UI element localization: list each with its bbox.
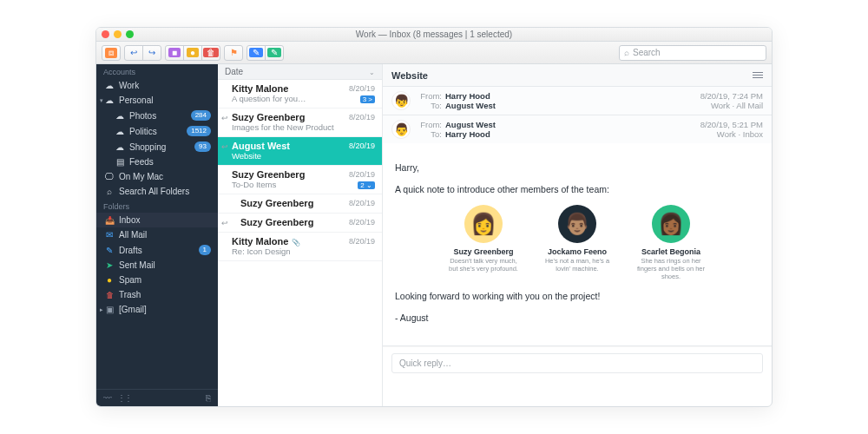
member-bio: Doesn't talk very much, but she's very p… [444, 257, 523, 273]
minimize-window-icon[interactable] [114, 30, 122, 38]
main-area: Accounts Work▾PersonalPhotos284Politics1… [96, 64, 772, 406]
compose-button[interactable]: ✎ [265, 45, 284, 61]
message-date: 8/20/19 [349, 84, 375, 93]
message-date: 8/20/19 [349, 170, 375, 179]
message-row[interactable]: Suzy Greenberg8/20/19 [218, 194, 382, 214]
cloud-icon [105, 95, 114, 105]
message-row[interactable]: Suzy GreenbergImages for the New Product… [218, 108, 382, 137]
message-row[interactable]: Suzy GreenbergTo-Do Items8/20/192 ⌄ [218, 166, 382, 194]
message-tag[interactable]: 3 > [360, 95, 375, 103]
sidebar-item-photos[interactable]: Photos284 [96, 108, 218, 123]
from-to-block: From:August WestTo:Harry Hood [418, 120, 496, 139]
cloud-icon [115, 142, 124, 152]
sidebar-bottom-bar [96, 389, 218, 406]
reply-all-button[interactable]: ↪ [142, 45, 161, 61]
sidebar-folder-spam[interactable]: Spam [96, 273, 218, 287]
chevron-down-icon [369, 67, 375, 76]
hamburger-icon[interactable] [753, 70, 763, 80]
reply-all-icon: ↪ [148, 48, 155, 57]
sidebar-item-label: On My Mac [119, 172, 211, 181]
team-member: 👨🏽Jockamo FeenoHe's not a man, he's a lo… [538, 205, 616, 281]
yellow-button[interactable]: ● [183, 45, 202, 61]
sidebar-folder--gmail-[interactable]: ▸[Gmail] [96, 302, 218, 317]
from-to-block: From:Harry HoodTo:August West [418, 91, 496, 110]
search-placeholder: Search [633, 48, 661, 57]
disclosure-icon[interactable]: ▾ [100, 97, 103, 104]
count-badge: 1 [199, 245, 211, 255]
zoom-window-icon[interactable] [126, 30, 134, 38]
quick-reply-placeholder: Quick reply… [399, 358, 451, 368]
sidebar-folder-all-mail[interactable]: All Mail [96, 227, 218, 242]
sidebar-folder-inbox[interactable]: Inbox [96, 213, 218, 227]
edit-button[interactable]: ✎ [247, 45, 266, 61]
grid-icon[interactable] [117, 393, 131, 403]
count-badge: 284 [191, 110, 211, 121]
traffic-lights [102, 30, 134, 38]
sidebar-item-on-my-mac[interactable]: On My Mac [96, 169, 218, 184]
bang-icon [105, 275, 114, 285]
sidebar-item-label: Photos [129, 111, 186, 121]
message-list-header[interactable]: Date [218, 64, 382, 80]
envelope-icon [105, 230, 114, 240]
reply-icon: ↩ [130, 48, 137, 57]
member-name: Jockamo Feeno [538, 247, 616, 258]
purple-icon: ■ [168, 48, 181, 57]
count-badge: 93 [194, 141, 211, 152]
sidebar-item-label: Sent Mail [119, 260, 211, 270]
cloud-icon [115, 111, 124, 121]
cloud-icon [115, 127, 124, 136]
message-tag[interactable]: 2 ⌄ [358, 181, 375, 189]
member-bio: He's not a man, he's a lovin' machine. [538, 257, 616, 273]
sidebar-item-work[interactable]: Work [96, 78, 218, 93]
message-subject: A question for you… [232, 94, 375, 103]
sidebar: Accounts Work▾PersonalPhotos284Politics1… [96, 64, 218, 406]
delete-icon: 🗑 [203, 48, 219, 57]
body-intro: A quick note to introduce other members … [395, 183, 760, 196]
sidebar-item-search-all-folders[interactable]: Search All Folders [96, 184, 218, 199]
message-row[interactable]: Kitty MaloneRe: Icon Design8/20/19 [218, 233, 382, 261]
sidebar-item-feeds[interactable]: Feeds [96, 155, 218, 169]
message-date: 8/20/19 [349, 218, 375, 227]
thread-meta: 8/20/19, 5:21 PMWork · Inbox [700, 120, 763, 139]
body-greeting: Harry, [395, 161, 760, 174]
rss-icon [115, 157, 124, 167]
close-window-icon[interactable] [102, 30, 109, 38]
export-icon[interactable] [206, 393, 211, 403]
inbox-icon [105, 216, 114, 225]
sidebar-section-folders: Folders [96, 199, 218, 213]
sidebar-folder-drafts[interactable]: Drafts1 [96, 242, 218, 258]
message-subject: To-Do Items [232, 180, 375, 189]
message-row[interactable]: August WestWebsite8/20/19 [218, 137, 382, 166]
thread-card[interactable]: 👨From:August WestTo:Harry Hood8/20/19, 5… [383, 115, 772, 346]
activity-icon[interactable] [103, 393, 112, 403]
reader-header: Website [383, 64, 772, 87]
thread-card[interactable]: 👦From:Harry HoodTo:August West8/20/19, 7… [383, 87, 772, 115]
reply-button[interactable]: ↩ [124, 45, 143, 61]
message-row[interactable]: Suzy Greenberg8/20/19 [218, 214, 382, 233]
search-field[interactable]: Search [619, 45, 766, 61]
purple-button[interactable]: ■ [165, 45, 184, 61]
sidebar-folder-sent-mail[interactable]: Sent Mail [96, 258, 218, 273]
sidebar-item-politics[interactable]: Politics1512 [96, 123, 218, 139]
sidebar-folder-trash[interactable]: Trash [96, 287, 218, 302]
member-name: Suzy Greenberg [444, 247, 523, 258]
sidebar-item-personal[interactable]: ▾Personal [96, 93, 218, 108]
message-date: 8/20/19 [349, 113, 375, 122]
quick-reply-input[interactable]: Quick reply… [391, 353, 763, 373]
member-avatar: 👨🏽 [558, 205, 596, 243]
disclosure-icon[interactable]: ▸ [100, 306, 103, 313]
flag-button[interactable]: ⚑ [224, 45, 243, 61]
trash-icon [105, 291, 114, 299]
sidebar-item-shopping[interactable]: Shopping93 [96, 139, 218, 155]
sidebar-item-label: Shopping [129, 142, 189, 152]
reading-pane: Website 👦From:Harry HoodTo:August West8/… [383, 64, 772, 406]
search-icon [105, 187, 114, 196]
team-member: 👩🏾Scarlet BegoniaShe has rings on her fi… [632, 205, 710, 281]
delete-button[interactable]: 🗑 [201, 45, 220, 61]
plane-icon [105, 260, 114, 270]
archive-button[interactable]: ⧈ [102, 45, 121, 61]
sidebar-item-label: [Gmail] [119, 305, 211, 314]
sidebar-item-label: Feeds [129, 157, 211, 167]
message-row[interactable]: Kitty MaloneA question for you…8/20/193 … [218, 80, 382, 108]
flag-icon: ⚑ [230, 48, 238, 57]
